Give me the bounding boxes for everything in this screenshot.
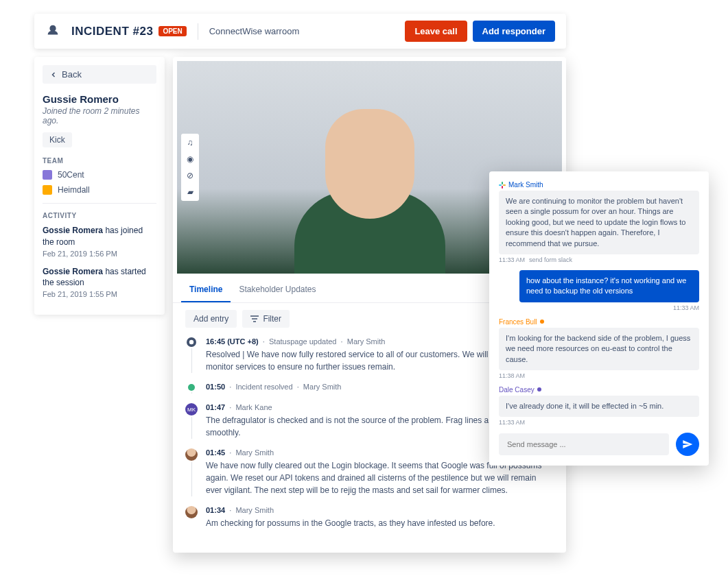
- filter-label: Filter: [263, 314, 281, 324]
- chat-message: Frances Bull I'm looking for the backend…: [499, 318, 699, 379]
- chat-bubble: how about the instance? it's not working…: [519, 270, 699, 302]
- add-responder-button[interactable]: Add responder: [473, 21, 555, 42]
- team-item[interactable]: Heimdall: [43, 185, 156, 195]
- joined-text: Joined the room 2 minutes ago.: [43, 106, 156, 125]
- activity-date: Feb 21, 2019 1:56 PM: [43, 250, 156, 258]
- logo-icon: [45, 24, 60, 39]
- team-name: Heimdall: [58, 185, 90, 195]
- svg-rect-1: [499, 184, 502, 186]
- team-color-swatch: [43, 185, 52, 195]
- kick-button[interactable]: Kick: [43, 132, 72, 147]
- back-label: Back: [62, 69, 82, 80]
- music-icon[interactable]: ♫: [184, 136, 196, 149]
- timeline-meta: 01:34 · Mary Smith: [206, 506, 554, 514]
- svg-rect-4: [502, 186, 503, 189]
- slack-icon: [499, 182, 506, 189]
- send-icon: [682, 439, 693, 450]
- chat-time: 11:33 AMsend form slack: [499, 256, 699, 263]
- svg-rect-3: [503, 184, 506, 186]
- activity-text: Gossie Romera has started the session: [43, 266, 156, 289]
- chat-message: how about the instance? it's not working…: [499, 270, 699, 311]
- chat-bubble: We are continuing to monitor the problem…: [499, 191, 699, 254]
- timeline-avatar: [185, 448, 198, 461]
- send-button[interactable]: [676, 433, 699, 456]
- timeline-avatar: MK: [185, 403, 198, 416]
- chat-input-row: [499, 433, 699, 456]
- video-participant: [294, 95, 445, 274]
- svg-rect-2: [502, 182, 503, 184]
- chat-input[interactable]: [499, 433, 669, 455]
- timeline-marker-resolved: [188, 384, 195, 391]
- filter-icon: [250, 315, 259, 322]
- chat-sender: Dale Casey: [499, 386, 699, 394]
- activity-section-label: ACTIVITY: [43, 212, 156, 219]
- status-dot-icon: [540, 320, 544, 324]
- person-name: Gussie Romero: [43, 93, 156, 105]
- leave-call-button[interactable]: Leave call: [405, 21, 467, 42]
- chat-time: 11:38 AM: [499, 372, 699, 379]
- sidebar: Back Gussie Romero Joined the room 2 min…: [34, 57, 165, 315]
- header-bar: INCIDENT #23 OPEN ConnectWise warroom Le…: [34, 14, 566, 49]
- chat-time: 11:33 AM: [499, 419, 699, 426]
- chat-message: Mark Smith We are continuing to monitor …: [499, 181, 699, 263]
- timeline-body: Am checking for possums in the Google tr…: [206, 517, 554, 529]
- add-entry-button[interactable]: Add entry: [185, 310, 237, 328]
- video-controls: ♫ ◉ ⊘ ▰: [181, 134, 199, 201]
- team-section-label: TEAM: [43, 157, 156, 165]
- team-color-swatch: [43, 170, 52, 180]
- divider: [198, 23, 198, 40]
- activity-item: Gossie Romera has joined the roomFeb 21,…: [43, 225, 156, 258]
- svg-point-0: [189, 340, 193, 344]
- activity-item: Gossie Romera has started the sessionFeb…: [43, 266, 156, 299]
- timeline-marker-icon: [187, 337, 196, 347]
- chat-bubble: I'm looking for the backend side of the …: [499, 328, 699, 370]
- tab-stakeholder[interactable]: Stakeholder Updates: [231, 278, 324, 302]
- mic-mute-icon[interactable]: ⊘: [184, 169, 196, 182]
- activity-text: Gossie Romera has joined the room: [43, 225, 156, 248]
- video-off-icon[interactable]: ▰: [184, 186, 196, 198]
- status-badge: OPEN: [158, 26, 186, 36]
- activity-date: Feb 21, 2019 1:55 PM: [43, 290, 156, 298]
- incident-title: INCIDENT #23: [71, 25, 153, 38]
- team-item[interactable]: 50Cent: [43, 170, 156, 180]
- team-name: 50Cent: [58, 170, 84, 180]
- chat-panel: Mark Smith We are continuing to monitor …: [489, 171, 709, 466]
- tab-timeline[interactable]: Timeline: [181, 278, 231, 302]
- chat-sender: Frances Bull: [499, 318, 699, 326]
- arrow-left-icon: [49, 71, 58, 79]
- timeline-item: 01:34 · Mary SmithAm checking for possum…: [185, 506, 554, 529]
- status-dot-icon: [537, 387, 541, 392]
- chat-sender: Mark Smith: [499, 181, 699, 189]
- back-button[interactable]: Back: [43, 65, 156, 84]
- chat-bubble: I've already done it, it will be effecte…: [499, 396, 699, 417]
- filter-button[interactable]: Filter: [242, 310, 290, 328]
- chat-message: Dale Casey I've already done it, it will…: [499, 386, 699, 426]
- camera-icon[interactable]: ◉: [184, 153, 196, 165]
- timeline-avatar: [185, 506, 198, 518]
- warroom-label: ConnectWise warroom: [209, 26, 400, 36]
- divider: [43, 203, 156, 204]
- chat-time: 11:33 AM: [499, 304, 699, 311]
